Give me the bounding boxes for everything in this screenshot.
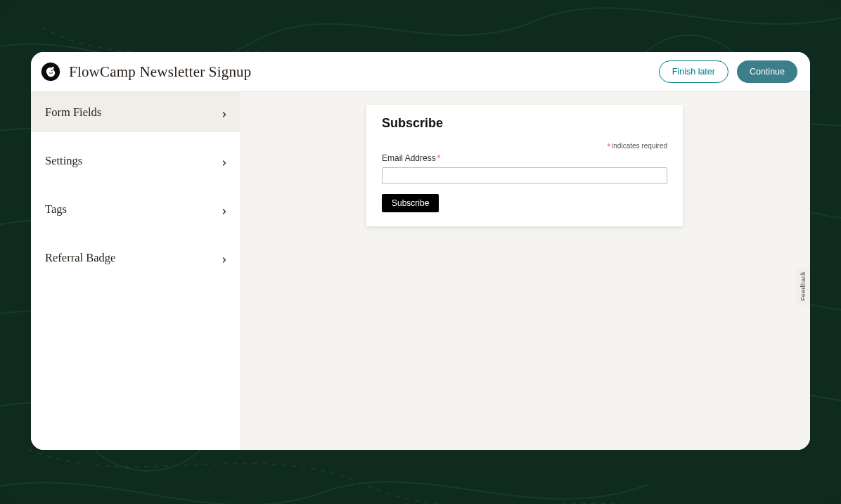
canvas: Subscribe *indicates required Email Addr…: [240, 92, 810, 450]
required-indicator-note: *indicates required: [382, 141, 667, 150]
sidebar-item-tags[interactable]: Tags: [31, 189, 240, 229]
sidebar-item-label: Form Fields: [45, 105, 101, 119]
subscribe-button[interactable]: Subscribe: [382, 194, 439, 212]
page-title: FlowCamp Newsletter Signup: [69, 63, 252, 81]
sidebar-item-label: Referral Badge: [45, 251, 115, 265]
chevron-right-icon: [220, 254, 229, 262]
form-title: Subscribe: [382, 116, 667, 131]
required-star-icon: *: [437, 153, 441, 163]
mailchimp-logo-icon: [41, 62, 60, 82]
brand: FlowCamp Newsletter Signup: [41, 62, 659, 82]
header: FlowCamp Newsletter Signup Finish later …: [31, 52, 810, 92]
body: Form Fields Settings Tags Referral Badge: [31, 92, 810, 450]
sidebar-item-form-fields[interactable]: Form Fields: [31, 92, 240, 132]
feedback-tab[interactable]: Feedback: [796, 267, 810, 305]
continue-button[interactable]: Continue: [737, 60, 797, 83]
finish-later-button[interactable]: Finish later: [659, 60, 728, 83]
email-input[interactable]: [382, 167, 667, 184]
header-actions: Finish later Continue: [659, 60, 797, 83]
chevron-right-icon: [220, 157, 229, 165]
chevron-right-icon: [220, 108, 229, 117]
subscribe-form-card: Subscribe *indicates required Email Addr…: [366, 105, 683, 226]
email-field-label: Email Address*: [382, 153, 667, 163]
app-window: FlowCamp Newsletter Signup Finish later …: [31, 52, 810, 450]
sidebar-item-label: Tags: [45, 202, 67, 217]
sidebar-item-settings[interactable]: Settings: [31, 141, 240, 181]
required-note-text: indicates required: [612, 142, 667, 150]
sidebar-item-label: Settings: [45, 154, 82, 168]
email-label-text: Email Address: [382, 153, 436, 163]
chevron-right-icon: [220, 205, 229, 214]
svg-point-6: [51, 70, 53, 71]
sidebar: Form Fields Settings Tags Referral Badge: [31, 92, 240, 450]
required-star-icon: *: [607, 142, 610, 152]
sidebar-item-referral-badge[interactable]: Referral Badge: [31, 238, 240, 278]
